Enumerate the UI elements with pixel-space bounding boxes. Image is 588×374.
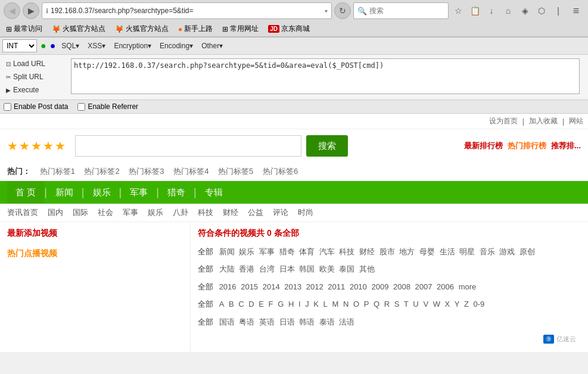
cat-other[interactable]: 其他 [359, 264, 375, 273]
add-bookmark-link[interactable]: 加入收藏 [529, 116, 558, 126]
tag-6[interactable]: 热门标签6 [263, 167, 298, 176]
cat-stock[interactable]: 股市 [379, 247, 395, 256]
cat-military[interactable]: 军事 [259, 247, 275, 256]
newest-video-title[interactable]: 最新添加视频 [7, 228, 183, 239]
home-icon[interactable]: ⌂ [501, 4, 515, 18]
bookmark-firefox1[interactable]: 🦊 火狐官方站点 [49, 23, 108, 35]
cat-V[interactable]: V [423, 300, 428, 308]
bookmark-changyong[interactable]: ⊞ 常用网址 [220, 23, 261, 35]
shield-icon[interactable]: ◈ [518, 4, 532, 18]
sidebar-icon[interactable]: 📋 [468, 4, 482, 18]
cat-2006[interactable]: 2006 [437, 282, 454, 291]
cat-life[interactable]: 生活 [440, 247, 455, 256]
xss-menu[interactable]: XSS▾ [85, 40, 108, 51]
cat-R[interactable]: R [384, 300, 390, 308]
enable-post-checkbox-item[interactable]: Enable Post data [4, 102, 68, 111]
cat-X[interactable]: X [445, 300, 450, 308]
subnav-society[interactable]: 社会 [98, 207, 113, 218]
nav-military[interactable]: 军事 [122, 181, 156, 204]
cat-english[interactable]: 英语 [259, 317, 275, 326]
cat-Y[interactable]: Y [455, 300, 460, 308]
category-label-all4[interactable]: 全部 [198, 300, 213, 308]
category-label-all[interactable]: 全部 [198, 247, 213, 256]
cat-T[interactable]: T [404, 300, 409, 308]
cat-M[interactable]: M [332, 300, 338, 308]
cat-U[interactable]: U [413, 300, 418, 308]
cat-C[interactable]: C [238, 300, 244, 308]
subnav-public[interactable]: 公益 [248, 207, 263, 218]
cat-W[interactable]: W [433, 300, 440, 308]
cat-D[interactable]: D [248, 300, 254, 308]
tag-3[interactable]: 热门标签3 [129, 167, 164, 176]
address-text[interactable]: 192.168.0.37/search.php?searchtype=5&tid… [51, 7, 322, 15]
cat-B[interactable]: B [229, 300, 234, 308]
cat-2011[interactable]: 2011 [328, 282, 345, 291]
bookmark-firefox2[interactable]: 🦊 火狐官方站点 [113, 23, 171, 35]
cat-P[interactable]: P [364, 300, 369, 308]
website-link[interactable]: 网站 [569, 116, 583, 126]
refresh-button[interactable]: ↻ [334, 2, 351, 19]
hackbar-type-select[interactable]: INT String [2, 39, 37, 52]
category-label-all2[interactable]: 全部 [198, 264, 213, 273]
cat-2016[interactable]: 2016 [219, 282, 237, 291]
hackbar-url-input[interactable]: http://192.168.0.37/search.php?searchtyp… [71, 58, 580, 94]
site-search-button[interactable]: 搜索 [306, 135, 348, 157]
encoding-menu[interactable]: Encoding▾ [157, 40, 195, 51]
hot-link-popular[interactable]: 热门排行榜 [508, 141, 546, 151]
enable-referrer-checkbox-item[interactable]: Enable Referrer [77, 102, 138, 111]
cat-taiwan[interactable]: 台湾 [259, 264, 275, 273]
cat-2009[interactable]: 2009 [371, 282, 388, 291]
cat-2013[interactable]: 2013 [284, 282, 301, 291]
category-label-all3[interactable]: 全部 [198, 282, 213, 291]
subnav-international[interactable]: 国际 [73, 207, 88, 218]
tag-5[interactable]: 热门标签5 [218, 167, 253, 176]
cat-09[interactable]: 0-9 [474, 300, 485, 308]
cat-hongkong[interactable]: 香港 [239, 264, 254, 273]
cat-Q[interactable]: Q [374, 300, 379, 308]
cat-thailand[interactable]: 泰国 [339, 264, 354, 273]
cat-F[interactable]: F [269, 300, 273, 308]
forward-button[interactable]: ▶ [23, 2, 39, 19]
cat-game[interactable]: 游戏 [499, 247, 515, 256]
cat-tech[interactable]: 科技 [339, 247, 354, 256]
tag-1[interactable]: 热门标签1 [40, 167, 75, 176]
cat-europe[interactable]: 欧美 [319, 264, 335, 273]
subnav-tech[interactable]: 科技 [198, 207, 213, 218]
cat-K[interactable]: K [313, 300, 319, 308]
cat-japanese[interactable]: 日语 [279, 317, 295, 326]
cat-2008[interactable]: 2008 [393, 282, 410, 291]
subnav-fashion[interactable]: 时尚 [298, 207, 313, 218]
cat-local[interactable]: 地方 [399, 247, 415, 256]
hamburger-menu[interactable]: ≡ [568, 2, 584, 19]
bookmark-jd[interactable]: JD 京东商城 [266, 23, 312, 35]
bookmark-star-icon[interactable]: ☆ [451, 4, 465, 18]
cat-2007[interactable]: 2007 [415, 282, 433, 291]
cat-2014[interactable]: 2014 [263, 282, 280, 291]
back-button[interactable]: ◀ [4, 2, 20, 19]
extension-icon[interactable]: ⬡ [534, 4, 549, 18]
address-dropdown-icon[interactable]: ▾ [325, 8, 328, 14]
load-url-button[interactable]: ⊡ Load URL [4, 58, 65, 69]
cat-thai[interactable]: 泰语 [319, 317, 335, 326]
enable-post-checkbox[interactable] [4, 103, 11, 111]
tag-4[interactable]: 热门标签4 [173, 167, 209, 176]
cat-sports[interactable]: 体育 [299, 247, 315, 256]
cat-N[interactable]: N [343, 300, 349, 308]
split-url-button[interactable]: ✂ Split URL [4, 71, 65, 82]
tag-2[interactable]: 热门标签2 [84, 167, 119, 176]
cat-H[interactable]: H [288, 300, 294, 308]
download-icon[interactable]: ↓ [484, 4, 499, 18]
bookmark-newuser[interactable]: ● 新手上路 [176, 23, 215, 35]
cat-original[interactable]: 原创 [519, 247, 535, 256]
cat-strange[interactable]: 猎奇 [279, 247, 295, 256]
nav-news[interactable]: 新闻 [47, 181, 82, 204]
subnav-entertainment[interactable]: 娱乐 [148, 207, 163, 218]
other-menu[interactable]: Other▾ [199, 40, 225, 51]
cat-J[interactable]: J [305, 300, 309, 308]
cat-G[interactable]: G [278, 300, 284, 308]
execute-button[interactable]: ▶ Execute [4, 85, 65, 95]
popular-video-title[interactable]: 热门点播视频 [7, 248, 183, 259]
cat-news[interactable]: 新闻 [219, 247, 235, 256]
cat-more[interactable]: more [459, 282, 477, 291]
cat-baby[interactable]: 母婴 [419, 247, 435, 256]
